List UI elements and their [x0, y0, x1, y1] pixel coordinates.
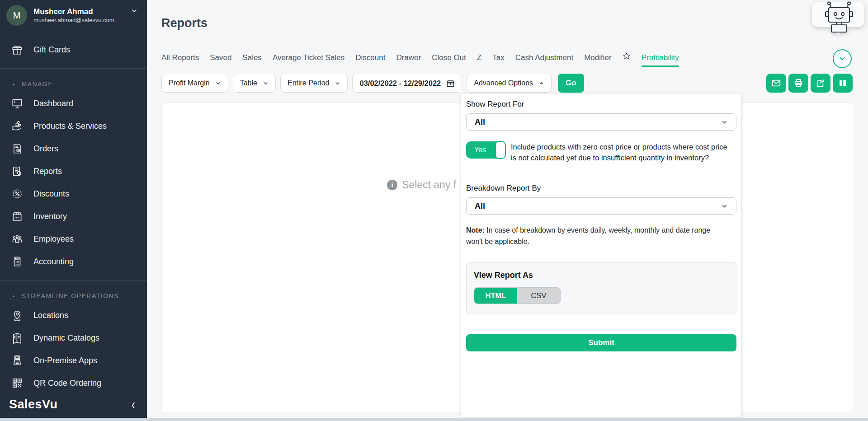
user-meta: Musheer Ahmad musheer.ahmad@salesvu.com — [33, 7, 114, 24]
mail-icon — [771, 78, 781, 88]
tab-label: Close Out — [432, 53, 466, 62]
sidebar-item-on-premise-apps[interactable]: On-Premise Apps — [0, 349, 147, 372]
sidebar-item-discounts[interactable]: Discounts — [0, 182, 147, 205]
go-button[interactable]: Go — [558, 74, 584, 93]
tab-saved[interactable]: Saved — [210, 53, 231, 67]
inventory-icon — [11, 210, 24, 223]
format-html-button[interactable]: HTML — [474, 288, 517, 304]
report-type-dropdown[interactable]: Profit Margin — [161, 74, 228, 93]
sidebar-item-locations[interactable]: Locations — [0, 304, 147, 327]
chevron-down-icon[interactable] — [131, 7, 138, 16]
zero-cost-description: Include products with zero cost price or… — [511, 141, 728, 163]
tab-label: Modifier — [584, 53, 611, 62]
format-csv-button[interactable]: CSV — [517, 288, 560, 304]
share-button[interactable] — [811, 74, 830, 93]
sidebar-item-label: Dynamic Catalogs — [33, 333, 99, 343]
report-placeholder: i Select any f — [387, 179, 456, 191]
tab-label: Cash Adjustment — [515, 53, 574, 62]
tab-label: Average Ticket Sales — [273, 53, 344, 62]
info-icon: i — [387, 180, 397, 190]
locations-icon — [11, 309, 24, 322]
columns-button[interactable] — [833, 74, 853, 93]
tab-all-reports[interactable]: All Reports — [161, 53, 199, 67]
sidebar-item-products-services[interactable]: Products & Services — [0, 115, 147, 137]
sidebar-item-dynamic-catalogs[interactable]: Dynamic Catalogs — [0, 327, 147, 349]
sidebar-collapse-icon[interactable]: ‹ — [132, 395, 135, 413]
user-menu[interactable]: M Musheer Ahmad musheer.ahmad@salesvu.co… — [0, 0, 147, 31]
date-range-input[interactable]: 03/02/2022 - 12/29/2022 — [352, 74, 462, 93]
sidebar-item-label: Locations — [33, 311, 68, 320]
show-report-for-label: Show Report For — [466, 100, 736, 109]
chatbot-icon[interactable] — [812, 0, 866, 39]
sidebar-item-reports[interactable]: Reports — [0, 160, 147, 182]
view-value: Table — [240, 79, 257, 87]
sidebar-item-orders[interactable]: Orders — [0, 137, 147, 160]
advanced-options-button[interactable]: Advanced Options — [467, 74, 552, 93]
sidebar-item-label: On-Premise Apps — [33, 356, 97, 365]
sidebar-top-items: Gift Cards — [0, 31, 147, 68]
sidebar-item-employees[interactable]: Employees — [0, 228, 147, 250]
sidebar-item-label: Products & Services — [33, 122, 107, 131]
breakdown-select[interactable]: All — [466, 197, 736, 215]
chevron-down-icon — [215, 80, 221, 86]
tab-modifier[interactable]: Modifier — [584, 53, 611, 67]
calendar-icon[interactable] — [446, 79, 455, 88]
reports-icon — [11, 165, 24, 178]
sidebar-item-gift-cards[interactable]: Gift Cards — [0, 38, 147, 61]
tab-tax[interactable]: Tax — [492, 53, 504, 67]
breakdown-note: Note: In case of breakdown by events dai… — [466, 225, 719, 247]
tab-discount[interactable]: Discount — [355, 53, 385, 67]
tab-label: Drawer — [396, 53, 421, 62]
employees-icon — [11, 233, 24, 245]
tab-drawer[interactable]: Drawer — [396, 53, 421, 67]
sidebar-item-qr-code-ordering[interactable]: QR Code Ordering — [0, 372, 147, 394]
tab-sales[interactable]: Sales — [242, 53, 262, 67]
show-report-for-select[interactable]: All — [466, 113, 736, 131]
collapse-header-button[interactable] — [833, 49, 852, 68]
avatar-initial: M — [13, 10, 21, 21]
tab-cash-adjustment[interactable]: Cash Adjustment — [515, 53, 574, 67]
tab-close-out[interactable]: Close Out — [432, 53, 466, 67]
report-tabs: All ReportsSavedSalesAverage Ticket Sale… — [161, 50, 679, 67]
avatar: M — [6, 5, 27, 26]
period-dropdown[interactable]: Entire Period — [280, 74, 348, 93]
sidebar-item-dashboard[interactable]: Dashboard — [0, 92, 147, 115]
sidebar-sections: ▲MANAGEDashboardProducts & ServicesOrder… — [0, 80, 147, 394]
zero-cost-toggle[interactable]: Yes — [466, 141, 505, 159]
tab-z[interactable]: Z — [477, 53, 481, 67]
catalogs-icon — [11, 332, 24, 344]
view-report-as-box: View Report As HTMLCSV — [466, 262, 736, 314]
chevron-up-icon — [538, 80, 544, 86]
sidebar-footer: SalesVu ‹ — [0, 394, 147, 415]
products-icon — [11, 120, 24, 132]
date-range-value: 03/02/2022 - 12/29/2022 — [359, 79, 441, 88]
mail-button[interactable] — [766, 74, 786, 93]
print-button[interactable] — [788, 74, 808, 93]
section-header-streamline-operations[interactable]: ▲STREAMLINE OPERATIONS — [0, 292, 147, 299]
tab-average-ticket-sales[interactable]: Average Ticket Sales — [273, 53, 344, 67]
chevron-up-icon: ▲ — [12, 294, 16, 298]
horizontal-scrollbar[interactable] — [0, 418, 868, 421]
tab-label: Saved — [210, 53, 231, 62]
tab-label: Discount — [355, 53, 385, 62]
sidebar-item-label: Gift Cards — [33, 45, 70, 55]
period-value: Entire Period — [288, 79, 330, 87]
sidebar-item-label: Employees — [33, 234, 74, 244]
gift-icon — [11, 43, 24, 56]
tab-profitability[interactable]: Profitability — [642, 53, 679, 67]
tab-label: All Reports — [161, 53, 199, 62]
section-header-manage[interactable]: ▲MANAGE — [0, 80, 147, 88]
tab-label: Profitability — [642, 53, 679, 62]
submit-button[interactable]: Submit — [466, 334, 736, 351]
breakdown-label: Breakdown Report By — [466, 184, 736, 193]
section-header-label: STREAMLINE OPERATIONS — [21, 292, 119, 299]
tab-label: Sales — [242, 53, 262, 62]
salesvu-logo: SalesVu — [9, 398, 58, 412]
placeholder-text: Select any f — [402, 179, 456, 191]
favorite-star-icon[interactable] — [623, 52, 631, 67]
breakdown-value: All — [475, 201, 485, 211]
sidebar-item-inventory[interactable]: Inventory — [0, 205, 147, 228]
sidebar-item-accounting[interactable]: Accounting — [0, 250, 147, 273]
view-dropdown[interactable]: Table — [233, 74, 276, 93]
share-icon — [816, 78, 826, 88]
